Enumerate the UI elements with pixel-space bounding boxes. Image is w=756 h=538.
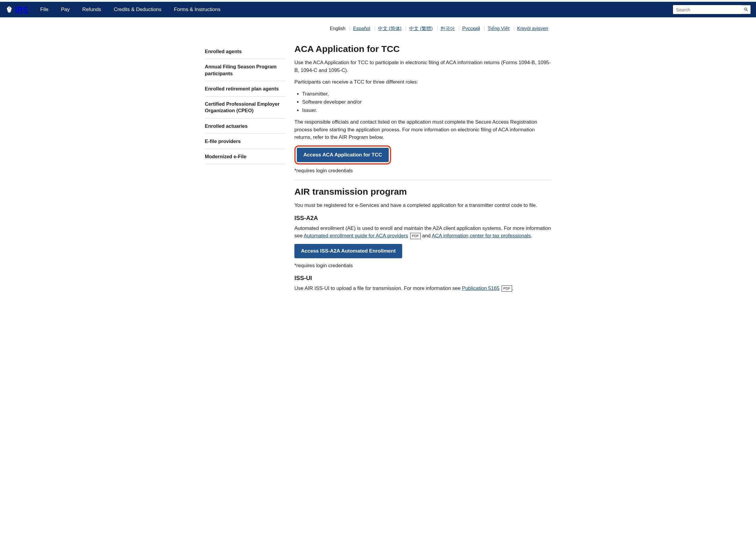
aca-title: ACA Application for TCC — [295, 44, 551, 54]
link-ae-guide[interactable]: Automated enrollment guide for ACA provi… — [304, 233, 408, 239]
iss-a2a-note: *requires login credentials — [295, 262, 551, 270]
aca-responsible: The responsible officials and contact li… — [295, 118, 551, 141]
lang-ru[interactable]: Русский — [459, 26, 483, 31]
iss-ui-suffix: . — [512, 286, 513, 291]
aca-role-issuer: Issuer. — [302, 107, 551, 114]
air-intro: You must be registered for e-Services an… — [295, 201, 551, 209]
iss-ui-prefix: Use AIR ISS-UI to upload a file for tran… — [295, 286, 462, 291]
lang-es[interactable]: Español — [350, 26, 373, 31]
access-iss-a2a-button[interactable]: Access ISS-A2A Automated Enrollment — [295, 244, 402, 258]
nav-refunds[interactable]: Refunds — [82, 7, 101, 13]
aca-roles-lead: Participants can receive a TCC for three… — [295, 78, 551, 86]
logo-text: IRS — [15, 5, 28, 14]
language-bar: English Español 中文 (简体) 中文 (繁體) 한국어 Русс… — [205, 17, 551, 35]
iss-a2a-suffix: . — [531, 233, 532, 239]
search-input[interactable] — [673, 5, 742, 14]
eagle-icon — [5, 6, 13, 14]
lang-vi[interactable]: Tiếng Việt — [484, 26, 513, 31]
access-aca-button[interactable]: Access ACA Application for TCC — [297, 148, 389, 162]
nav-pay[interactable]: Pay — [61, 7, 70, 13]
nav-items: File Pay Refunds Credits & Deductions Fo… — [40, 7, 673, 13]
pdf-badge: PDF — [410, 233, 421, 239]
link-pub-5165[interactable]: Publication 5165 — [462, 286, 500, 291]
iss-a2a-paragraph: Automated enrollment (AE) is used to enr… — [295, 225, 551, 240]
nav-credits-deductions[interactable]: Credits & Deductions — [114, 7, 162, 13]
aca-intro: Use the ACA Application for TCC to parti… — [295, 59, 551, 74]
aca-note: *requires login credentials — [295, 167, 551, 175]
top-nav: IRS File Pay Refunds Credits & Deduction… — [0, 2, 756, 17]
sidebar-cpeo[interactable]: Certified Professional Employer Organiza… — [205, 96, 286, 119]
lang-zh-t[interactable]: 中文 (繁體) — [406, 26, 436, 31]
air-title: AIR transmission program — [295, 187, 551, 197]
sidebar-enrolled-agents[interactable]: Enrolled agents — [205, 44, 286, 59]
nav-forms-instructions[interactable]: Forms & Instructions — [174, 7, 221, 13]
sidebar-actuaries[interactable]: Enrolled actuaries — [205, 119, 286, 134]
lang-zh-s[interactable]: 中文 (简体) — [375, 26, 405, 31]
lang-ht[interactable]: Kreyòl ayisyen — [514, 26, 551, 31]
sidebar-mef[interactable]: Modernized e-File — [205, 149, 286, 164]
iss-a2a-heading: ISS-A2A — [295, 215, 551, 222]
search-wrap — [673, 5, 751, 14]
pdf-badge-2: PDF — [502, 286, 513, 292]
sidebar-retirement-plan[interactable]: Enrolled retirement plan agents — [205, 81, 286, 96]
iss-ui-heading: ISS-UI — [295, 275, 551, 282]
lang-ko[interactable]: 한국어 — [437, 26, 458, 31]
sidebar-annual-filing[interactable]: Annual Filing Season Program participant… — [205, 59, 286, 81]
aca-roles-list: Transmitter, Software developer and/or I… — [302, 90, 551, 114]
search-icon — [744, 7, 748, 12]
iss-a2a-mid: and — [422, 233, 432, 239]
nav-file[interactable]: File — [40, 7, 48, 13]
link-aca-info-center[interactable]: ACA information center for tax professio… — [432, 233, 531, 239]
main-content: ACA Application for TCC Use the ACA Appl… — [295, 44, 551, 296]
aca-button-highlight: Access ACA Application for TCC — [295, 145, 391, 165]
sidebar-efile-providers[interactable]: E-file providers — [205, 134, 286, 149]
aca-role-transmitter: Transmitter, — [302, 90, 551, 98]
aca-role-software-dev: Software developer and/or — [302, 98, 551, 106]
logo-link[interactable]: IRS — [5, 5, 28, 14]
sidebar: Enrolled agents Annual Filing Season Pro… — [205, 44, 286, 296]
search-button[interactable] — [742, 5, 751, 14]
iss-ui-paragraph: Use AIR ISS-UI to upload a file for tran… — [295, 285, 551, 292]
lang-current: English — [327, 26, 349, 31]
